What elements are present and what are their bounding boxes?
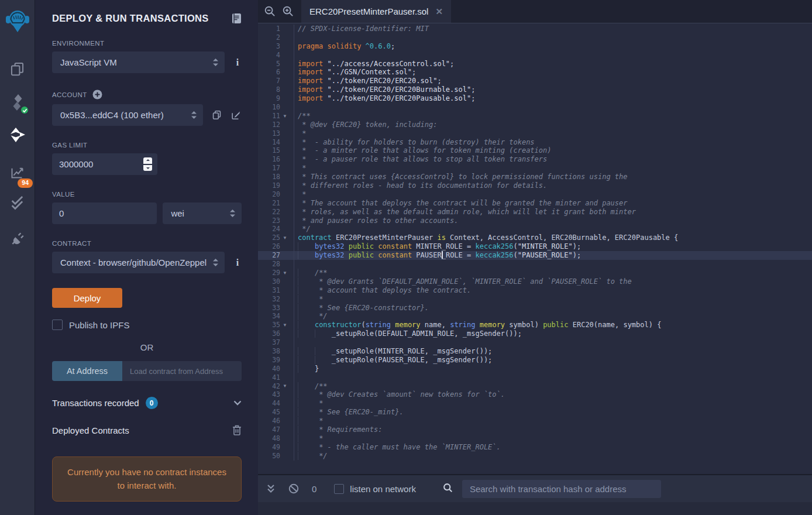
copy-account-icon[interactable] bbox=[211, 109, 222, 121]
code-line[interactable]: 45 * See {ERC20-_mint}. bbox=[258, 408, 812, 417]
gutter-line-number[interactable]: 49 bbox=[258, 443, 294, 452]
value-input[interactable] bbox=[52, 202, 157, 224]
gutter-line-number[interactable]: 26 bbox=[258, 242, 294, 251]
terminal-search-input[interactable] bbox=[462, 480, 661, 498]
fold-arrow-icon[interactable]: ▼ bbox=[280, 322, 290, 328]
gutter-line-number[interactable]: 44 bbox=[258, 399, 294, 408]
gutter-line-number[interactable]: 5 bbox=[258, 60, 294, 68]
code-line[interactable]: 15 * - a minter role that allows for tok… bbox=[258, 146, 812, 155]
gutter-line-number[interactable]: 12 bbox=[258, 121, 294, 129]
code-line[interactable]: 1// SPDX-License-Identifier: MIT bbox=[258, 25, 812, 33]
code-line[interactable]: 25▼contract ERC20PresetMinterPauser is C… bbox=[258, 234, 812, 242]
code-line[interactable]: 17 * bbox=[258, 164, 812, 173]
code-line[interactable]: 4 bbox=[258, 51, 812, 60]
code-line[interactable]: 19 * different roles - head to its docum… bbox=[258, 181, 812, 190]
code-line[interactable]: 11▼/** bbox=[258, 112, 812, 121]
gutter-line-number[interactable]: 9 bbox=[258, 94, 294, 103]
gutter-line-number[interactable]: 42▼ bbox=[258, 382, 294, 391]
gutter-line-number[interactable]: 35▼ bbox=[258, 321, 294, 329]
environment-info-icon[interactable]: i bbox=[233, 57, 242, 68]
gutter-line-number[interactable]: 20 bbox=[258, 190, 294, 199]
code-line[interactable]: 40 } bbox=[258, 365, 812, 373]
gutter-line-number[interactable]: 7 bbox=[258, 77, 294, 85]
publish-ipfs-checkbox[interactable] bbox=[52, 320, 63, 330]
code-line[interactable]: 34 */ bbox=[258, 312, 812, 321]
gutter-line-number[interactable]: 16 bbox=[258, 155, 294, 164]
value-unit-select[interactable]: wei bbox=[163, 202, 242, 224]
gutter-line-number[interactable]: 17 bbox=[258, 164, 294, 173]
gutter-line-number[interactable]: 4 bbox=[258, 51, 294, 60]
gutter-line-number[interactable]: 47 bbox=[258, 425, 294, 434]
code-line[interactable]: 9import "../token/ERC20/ERC20Pausable.so… bbox=[258, 94, 812, 103]
code-line[interactable]: 16 * - a pauser role that allows to stop… bbox=[258, 155, 812, 164]
code-line[interactable]: 31 * account that deploys the contract. bbox=[258, 286, 812, 295]
code-line[interactable]: 29▼ /** bbox=[258, 269, 812, 277]
gutter-line-number[interactable]: 32 bbox=[258, 295, 294, 304]
gutter-line-number[interactable]: 31 bbox=[258, 286, 294, 295]
code-line[interactable]: 10 bbox=[258, 103, 812, 112]
gas-limit-input[interactable] bbox=[52, 153, 157, 175]
contract-info-icon[interactable]: i bbox=[233, 258, 242, 268]
code-line[interactable]: 48 * bbox=[258, 434, 812, 443]
editor-zoom-out-icon[interactable] bbox=[264, 5, 276, 18]
gutter-line-number[interactable]: 29▼ bbox=[258, 269, 294, 277]
code-line[interactable]: 12 * @dev {ERC20} token, including: bbox=[258, 121, 812, 129]
gutter-line-number[interactable]: 36 bbox=[258, 329, 294, 338]
gutter-line-number[interactable]: 28 bbox=[258, 260, 294, 269]
code-line[interactable]: 23 * and pauser roles to other accounts. bbox=[258, 217, 812, 225]
at-address-input[interactable] bbox=[122, 361, 242, 381]
at-address-button[interactable]: At Address bbox=[52, 361, 122, 381]
tab-close-icon[interactable]: ✕ bbox=[435, 6, 443, 17]
contract-select[interactable]: Context - browser/github/OpenZeppel bbox=[52, 252, 225, 273]
gutter-line-number[interactable]: 8 bbox=[258, 85, 294, 94]
code-line[interactable]: 5import "../access/AccessControl.sol"; bbox=[258, 60, 812, 68]
code-line[interactable]: 42▼ /** bbox=[258, 382, 812, 391]
code-line[interactable]: 30 * @dev Grants `DEFAULT_ADMIN_ROLE`, `… bbox=[258, 277, 812, 286]
gutter-line-number[interactable]: 23 bbox=[258, 217, 294, 225]
code-line[interactable]: 39 _setupRole(PAUSER_ROLE, _msgSender())… bbox=[258, 356, 812, 365]
terminal-expand-icon[interactable] bbox=[266, 483, 276, 494]
gutter-line-number[interactable]: 27 bbox=[258, 251, 294, 260]
code-line[interactable]: 46 * bbox=[258, 417, 812, 425]
sidebar-item-unit-testing[interactable] bbox=[0, 189, 35, 216]
code-line[interactable]: 13 * bbox=[258, 129, 812, 138]
trash-icon[interactable] bbox=[232, 425, 242, 435]
code-line[interactable]: 38 _setupRole(MINTER_ROLE, _msgSender())… bbox=[258, 347, 812, 356]
gutter-line-number[interactable]: 22 bbox=[258, 208, 294, 217]
gutter-line-number[interactable]: 10 bbox=[258, 103, 294, 112]
gutter-line-number[interactable]: 30 bbox=[258, 277, 294, 286]
code-line[interactable]: 36 _setupRole(DEFAULT_ADMIN_ROLE, _msgSe… bbox=[258, 329, 812, 338]
gutter-line-number[interactable]: 37 bbox=[258, 338, 294, 347]
fold-arrow-icon[interactable]: ▼ bbox=[280, 383, 290, 389]
editor-zoom-in-icon[interactable] bbox=[282, 5, 294, 18]
deploy-button[interactable]: Deploy bbox=[52, 288, 122, 308]
code-line[interactable]: 14 * - ability for holders to burn (dest… bbox=[258, 138, 812, 147]
code-line[interactable]: 22 * roles, as well as the default admin… bbox=[258, 208, 812, 217]
gutter-line-number[interactable]: 50 bbox=[258, 452, 294, 461]
code-line[interactable]: 18 * This contract uses {AccessControl} … bbox=[258, 173, 812, 181]
gutter-line-number[interactable]: 33 bbox=[258, 304, 294, 313]
gutter-line-number[interactable]: 1 bbox=[258, 25, 294, 33]
code-line[interactable]: 41 bbox=[258, 373, 812, 382]
fold-arrow-icon[interactable]: ▼ bbox=[280, 114, 290, 119]
code-line[interactable]: 20 * bbox=[258, 190, 812, 199]
gutter-line-number[interactable]: 34 bbox=[258, 312, 294, 321]
sidebar-item-plugin-manager[interactable] bbox=[0, 224, 35, 251]
code-line[interactable]: 37 bbox=[258, 338, 812, 347]
transactions-recorded-row[interactable]: Transactions recorded 0 bbox=[52, 397, 242, 409]
gutter-line-number[interactable]: 24 bbox=[258, 225, 294, 234]
chevron-down-icon[interactable] bbox=[233, 400, 242, 406]
gutter-line-number[interactable]: 38 bbox=[258, 347, 294, 356]
gutter-line-number[interactable]: 2 bbox=[258, 33, 294, 42]
gutter-line-number[interactable]: 11▼ bbox=[258, 112, 294, 121]
add-account-icon[interactable] bbox=[92, 90, 102, 99]
code-editor[interactable]: 1// SPDX-License-Identifier: MIT23pragma… bbox=[258, 23, 812, 474]
gutter-line-number[interactable]: 25▼ bbox=[258, 234, 294, 242]
sidebar-item-file-explorer[interactable] bbox=[0, 55, 35, 82]
gutter-line-number[interactable]: 14 bbox=[258, 138, 294, 147]
gutter-line-number[interactable]: 39 bbox=[258, 356, 294, 365]
code-line[interactable]: 6import "../GSN/Context.sol"; bbox=[258, 68, 812, 77]
code-line[interactable]: 33 * See {ERC20-constructor}. bbox=[258, 304, 812, 313]
terminal-clear-icon[interactable] bbox=[288, 483, 299, 494]
gutter-line-number[interactable]: 15 bbox=[258, 146, 294, 155]
